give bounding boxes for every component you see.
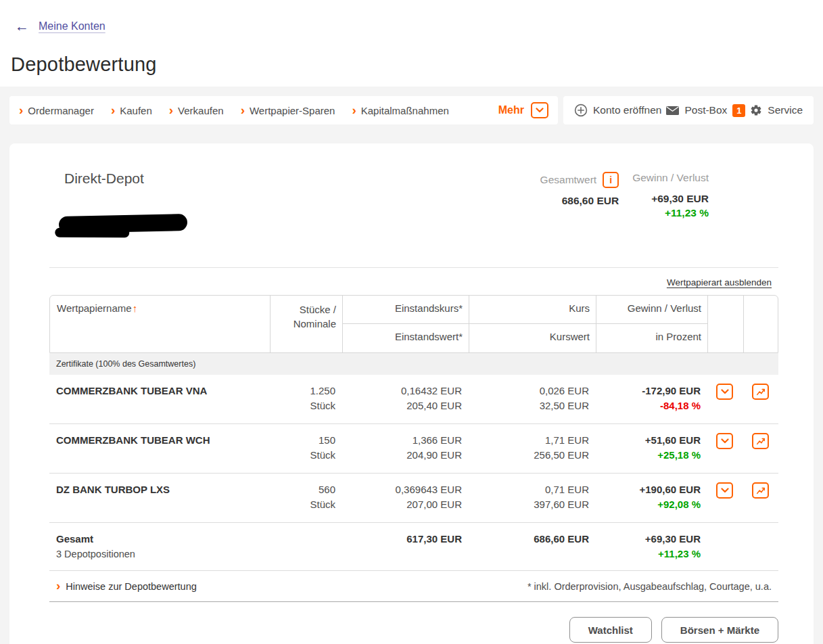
position-stuecke: 150Stück (269, 433, 342, 473)
sort-ascending-icon: ↑ (133, 302, 138, 314)
position-gewinn: +51,60 EUR+25,18 % (595, 433, 707, 473)
table-header: Wertpapiername↑ Stücke / Nominale Einsta… (49, 295, 778, 353)
sec-item-label: Service (768, 104, 803, 116)
nav-item-label: Kaufen (120, 105, 152, 116)
plus-circle-icon (574, 104, 588, 117)
nav-item-service[interactable]: Service (750, 104, 803, 116)
sec-item-label: Post-Box (684, 104, 727, 116)
gewinn-verlust-stat: Gewinn / Verlust +69,30 EUR +11,23 % (632, 172, 709, 219)
chevron-down-icon (721, 389, 729, 394)
chart-button[interactable] (752, 433, 769, 449)
total-kurswert: 686,60 EUR (468, 532, 595, 570)
expand-position-button[interactable] (716, 482, 733, 499)
nav-item-label: Verkaufen (178, 105, 224, 116)
gear-icon (750, 104, 762, 116)
nav-item-kaufen[interactable]: › Kaufen (111, 104, 152, 117)
gesamtwert-value: 686,60 EUR (540, 195, 619, 207)
redacted-account-number (59, 214, 187, 233)
mehr-button[interactable]: Mehr (498, 102, 548, 118)
header-gewinn-verlust[interactable]: Gewinn / Verlust (596, 296, 707, 324)
header-kurs[interactable]: Kurs (469, 296, 596, 324)
gewinn-verlust-value: +69,30 EUR (632, 193, 709, 205)
header-empty-expand (707, 296, 743, 352)
boersen-maerkte-button[interactable]: Börsen + Märkte (661, 617, 778, 643)
table-row: COMMERZBANK TUBEAR WCH 150Stück 1,366 EU… (49, 424, 778, 474)
primary-nav: › Ordermanager › Kaufen › Verkaufen › We… (9, 96, 558, 124)
breadcrumb: ← Meine Konten (15, 19, 823, 33)
gewinn-verlust-label: Gewinn / Verlust (632, 172, 709, 184)
depot-summary: Gesamtwert i 686,60 EUR Gewinn / Verlust… (540, 172, 709, 219)
depot-card: Direkt-Depot Gesamtwert i 686,60 EUR Gew… (9, 143, 814, 644)
header-einstandskurs[interactable]: Einstandskurs* (342, 296, 469, 324)
header-empty-chart (743, 296, 779, 352)
position-kurs: 1,71 EUR256,50 EUR (468, 433, 595, 473)
chevron-down-icon (531, 102, 548, 118)
chevron-right-icon: › (169, 104, 173, 116)
nav-row: › Ordermanager › Kaufen › Verkaufen › We… (9, 96, 814, 124)
table-row: DZ BANK TURBOP LXS 560Stück 0,369643 EUR… (49, 474, 778, 523)
total-gewinn: +69,30 EUR +11,23 % (595, 532, 707, 570)
position-einstand: 1,366 EUR204,90 EUR (342, 433, 468, 473)
nav-item-ordermanager[interactable]: › Ordermanager (19, 104, 94, 117)
total-row: Gesamt 3 Depotpositionen 617,30 EUR 686,… (49, 523, 778, 571)
header-stuecke-nominale[interactable]: Stücke / Nominale (270, 296, 342, 352)
watchlist-button[interactable]: Watchlist (569, 617, 652, 643)
toggle-row: Wertpapierart ausblenden (49, 268, 778, 295)
nav-item-verkaufen[interactable]: › Verkaufen (169, 104, 224, 117)
position-stuecke: 560Stück (269, 482, 342, 522)
secondary-nav: Konto eröffnen Post-Box 1 Service (563, 96, 814, 124)
header-einstandswert[interactable]: Einstandswert* (342, 324, 469, 352)
nav-item-wertpapier-sparen[interactable]: › Wertpapier-Sparen (241, 104, 335, 117)
postbox-badge: 1 (732, 104, 745, 117)
position-kurs: 0,71 EUR397,60 EUR (468, 482, 595, 522)
nav-item-postbox[interactable]: Post-Box 1 (666, 104, 745, 117)
table-row: COMMERZBANK TUBEAR VNA 1.250Stück 0,1643… (49, 375, 778, 424)
position-stuecke: 1.250Stück (269, 384, 342, 423)
nav-item-label: Kapitalmaßnahmen (361, 105, 449, 116)
gewinn-verlust-percent: +11,23 % (632, 207, 709, 219)
chart-button[interactable] (752, 384, 769, 400)
chart-line-icon (756, 387, 766, 396)
chevron-down-icon (721, 438, 729, 444)
header-wertpapiername[interactable]: Wertpapiername↑ (50, 296, 270, 352)
nav-item-label: Wertpapier-Sparen (250, 105, 335, 116)
expand-position-button[interactable] (716, 384, 733, 400)
header-kurswert[interactable]: Kurswert (469, 324, 596, 352)
depot-positions-count: 3 Depotpositionen (56, 547, 263, 561)
nav-item-kapitalmassnahmen[interactable]: › Kapitalmaßnahmen (352, 104, 448, 117)
footnote: * inkl. Orderprovision, Ausgabeaufschlag… (527, 581, 772, 592)
mehr-label: Mehr (498, 104, 524, 116)
header-in-prozent[interactable]: in Prozent (596, 324, 707, 352)
position-gewinn: -172,90 EUR-84,18 % (595, 384, 707, 423)
chevron-right-icon: › (352, 104, 356, 116)
hinweise-link[interactable]: › Hinweise zur Depotbewertung (56, 580, 197, 593)
position-einstand: 0,16432 EUR205,40 EUR (342, 384, 468, 423)
info-icon[interactable]: i (603, 172, 619, 188)
page-header: ← Meine Konten Depotbewertung (0, 0, 823, 87)
position-name: COMMERZBANK TUBEAR WCH (49, 433, 269, 473)
chart-button[interactable] (752, 482, 769, 499)
category-row: Zertifikate (100% des Gesamtwertes) (49, 353, 778, 375)
position-name: COMMERZBANK TUBEAR VNA (49, 384, 269, 423)
chart-line-icon (756, 486, 766, 495)
position-name: DZ BANK TURBOP LXS (49, 482, 269, 522)
page-title: Depotbewertung (11, 53, 823, 76)
back-arrow-icon[interactable]: ← (15, 19, 29, 33)
position-kurs: 0,026 EUR32,50 EUR (468, 384, 595, 423)
chevron-right-icon: › (241, 104, 245, 116)
position-gewinn: +190,60 EUR+92,08 % (595, 482, 707, 522)
expand-position-button[interactable] (716, 433, 733, 449)
chevron-right-icon: › (19, 104, 23, 116)
nav-item-konto-eroeffnen[interactable]: Konto eröffnen (574, 104, 661, 117)
sec-item-label: Konto eröffnen (593, 104, 661, 116)
actions-row: Watchlist Börsen + Märkte (49, 617, 778, 643)
total-einstandswert: 617,30 EUR (342, 532, 468, 570)
gesamtwert-stat: Gesamtwert i 686,60 EUR (540, 172, 619, 219)
total-label-cell: Gesamt 3 Depotpositionen (49, 532, 269, 570)
wertpapierart-toggle-link[interactable]: Wertpapierart ausblenden (667, 277, 772, 288)
positions-table: Wertpapiername↑ Stücke / Nominale Einsta… (49, 295, 778, 602)
table-footer-row: › Hinweise zur Depotbewertung * inkl. Or… (49, 571, 778, 602)
chart-line-icon (756, 436, 766, 446)
back-link-meine-konten[interactable]: Meine Konten (39, 20, 105, 32)
depot-header: Direkt-Depot Gesamtwert i 686,60 EUR Gew… (49, 170, 778, 241)
